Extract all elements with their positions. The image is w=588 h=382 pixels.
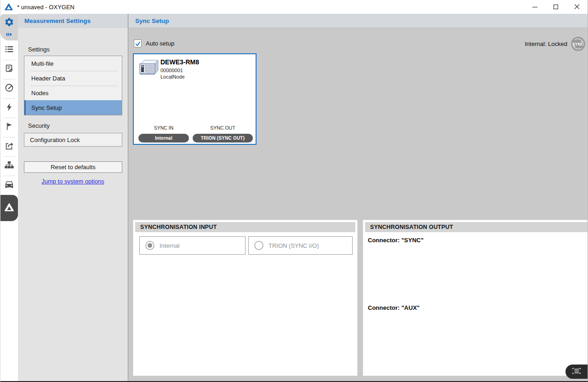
sync-output-title: SYNCHRONISATION OUTPUT: [365, 222, 588, 232]
sidebar-item-screen-setup[interactable]: [0, 60, 18, 79]
report-wrench-icon: [4, 63, 14, 75]
synchronisation-input-panel: SYNCHRONISATION INPUT Internal TRION (SY…: [133, 220, 358, 376]
network-icon: [4, 160, 14, 172]
page-title: Sync Setup: [129, 14, 588, 28]
maximize-button[interactable]: [545, 0, 566, 14]
measure-mode-icon: [6, 30, 12, 38]
reset-to-defaults-button[interactable]: Reset to defaults: [24, 161, 122, 173]
measurement-settings-panel: Measurement Settings Settings Multi-file…: [18, 14, 128, 381]
sync-badge-label: SYNC: [572, 42, 584, 46]
sidebar-item-export[interactable]: [0, 137, 18, 156]
sidebar-item-channel-list[interactable]: [0, 40, 18, 60]
device-image: [138, 58, 159, 79]
app-window: * unsaved - OXYGEN: [0, 0, 588, 382]
sidebar-item-trigger[interactable]: [0, 98, 18, 118]
dewetron-logo-icon: [4, 203, 14, 214]
radio-selected-icon: [145, 241, 154, 250]
channel-list-icon: [4, 44, 14, 56]
sidebar-item-measurement-view[interactable]: [0, 79, 18, 98]
sidebar-item-vehicle[interactable]: [0, 176, 18, 195]
close-button[interactable]: [566, 0, 588, 14]
sidebar-item-network-nodes[interactable]: [0, 156, 18, 176]
radio-option-trion-sync-io[interactable]: TRION (SYNC I/O): [248, 236, 353, 255]
sync-status-text: Internal: Locked: [525, 40, 567, 47]
flag-icon: [4, 121, 14, 133]
radio-unselected-icon: [254, 241, 263, 250]
sync-in-label: SYNC IN: [138, 125, 189, 131]
checkbox-box: [134, 40, 142, 47]
settings-item-multi-file[interactable]: Multi-file: [24, 56, 122, 71]
device-card-dewe3-rm8[interactable]: DEWE3-RM8 00000001 LocalNode SYNC IN SYN…: [133, 53, 257, 145]
list-frame-icon: [571, 367, 582, 376]
synchronisation-output-panel: SYNCHRONISATION OUTPUT Connector: "SYNC"…: [363, 220, 588, 376]
sync-out-value-pill[interactable]: TRION (SYNC OUT): [193, 134, 253, 143]
settings-item-configuration-lock[interactable]: Configuration Lock: [24, 133, 122, 147]
sync-out-label: SYNC OUT: [193, 125, 253, 131]
auto-setup-checkbox[interactable]: Auto setup: [134, 40, 174, 47]
sync-badge-icon: SYNC: [571, 37, 585, 51]
gear-icon: [4, 17, 14, 29]
sync-input-title: SYNCHRONISATION INPUT: [135, 222, 355, 232]
settings-item-nodes[interactable]: Nodes: [24, 86, 122, 100]
lightning-icon: [4, 102, 14, 114]
sidebar-item-dewetron-home[interactable]: [0, 195, 18, 221]
sync-in-value-pill[interactable]: Internal: [138, 134, 189, 143]
title-bar: * unsaved - OXYGEN: [0, 0, 588, 14]
panel-title: Measurement Settings: [18, 14, 128, 28]
device-name: DEWE3-RM8: [160, 58, 199, 66]
checkbox-check-icon: [135, 40, 141, 47]
radio-option-internal-label: Internal: [160, 242, 179, 249]
sidebar-item-events[interactable]: [0, 118, 18, 137]
connector-sync-label: Connector: "SYNC": [368, 237, 423, 244]
settings-item-sync-setup[interactable]: Sync Setup: [24, 100, 122, 115]
car-icon: [4, 179, 14, 191]
sync-status: Internal: Locked SYNC: [525, 37, 585, 51]
window-title: * unsaved - OXYGEN: [17, 4, 74, 11]
dewetron-logo-icon: [5, 3, 13, 11]
minimize-icon: [532, 7, 537, 7]
jump-to-system-options-link[interactable]: Jump to system options: [18, 178, 128, 185]
radio-option-trion-label: TRION (SYNC I/O): [268, 242, 319, 249]
close-icon: [574, 4, 580, 10]
security-section-label: Security: [28, 122, 50, 129]
settings-list: Multi-file Header Data Nodes Sync Setup: [24, 56, 122, 115]
radio-option-internal[interactable]: Internal: [139, 236, 245, 255]
maximize-icon: [554, 5, 558, 9]
settings-item-header-data[interactable]: Header Data: [24, 71, 122, 86]
node-list-button[interactable]: [565, 365, 588, 379]
sidebar-item-system-settings[interactable]: [0, 14, 18, 40]
export-icon: [4, 141, 14, 153]
device-node: LocalNode: [160, 74, 185, 80]
minimize-button[interactable]: [524, 0, 545, 14]
connector-aux-label: Connector: "AUX": [368, 304, 420, 311]
auto-setup-label: Auto setup: [146, 40, 174, 47]
gauge-icon: [4, 83, 14, 95]
settings-section-label: Settings: [28, 46, 50, 53]
device-serial: 00000001: [160, 68, 183, 73]
icon-rail: [0, 14, 18, 381]
sync-setup-area: Sync Setup Auto setup Internal: Locked S…: [129, 14, 588, 381]
